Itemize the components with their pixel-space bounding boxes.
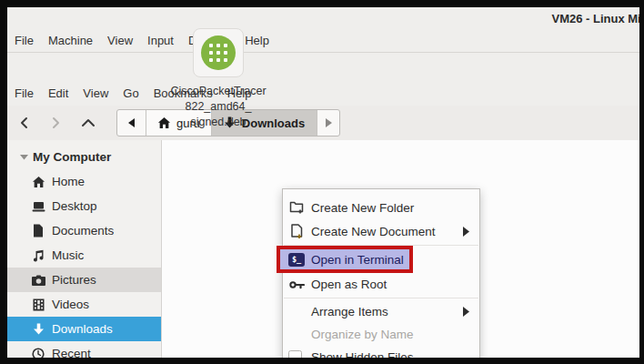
- sidebar-item-documents[interactable]: Documents: [7, 218, 161, 243]
- breadcrumb-scroll-right[interactable]: [317, 110, 339, 136]
- menu-item-label: Create New Folder: [311, 201, 414, 215]
- fm-menu-view[interactable]: View: [75, 81, 116, 106]
- download-icon: [31, 323, 45, 336]
- sidebar-item-label: Home: [52, 175, 85, 188]
- sidebar-item-label: Documents: [52, 224, 114, 238]
- sidebar-item-desktop[interactable]: Desktop: [7, 194, 161, 218]
- vbox-menubar: File Machine View Input Devices Help: [7, 30, 639, 53]
- menu-item-create-new-folder[interactable]: Create New Folder: [283, 196, 479, 219]
- sidebar: My Computer Home Desktop Documents Music…: [7, 140, 162, 358]
- file-item-deb-package[interactable]: CiscoPacketTracer 822_amd64_ signed.deb: [164, 28, 273, 130]
- deb-package-icon: [193, 28, 244, 77]
- sidebar-item-label: Pictures: [52, 273, 96, 287]
- file-name-line2: 822_amd64_: [164, 99, 273, 115]
- sidebar-header-my-computer[interactable]: My Computer: [7, 145, 161, 169]
- triangle-right-icon: [325, 118, 332, 127]
- forward-button[interactable]: [42, 109, 69, 136]
- fm-menu-go[interactable]: Go: [116, 81, 146, 106]
- fm-menu-edit[interactable]: Edit: [41, 81, 75, 106]
- file-manager-menubar: File Edit View Go Bookmarks Help: [7, 81, 639, 106]
- empty-icon-slot: [288, 305, 305, 319]
- sidebar-item-label: Desktop: [52, 199, 97, 213]
- terminal-icon: $_: [288, 252, 305, 267]
- desktop-icon: [31, 200, 45, 212]
- screenshot-frame: VM26 - Linux Mint File Machine View Inpu…: [0, 0, 644, 364]
- menu-item-label: Show Hidden Files: [311, 350, 414, 358]
- triangle-left-icon: [128, 118, 136, 127]
- sidebar-item-home[interactable]: Home: [7, 169, 161, 194]
- sidebar-item-music[interactable]: Music: [7, 243, 161, 268]
- camera-icon: [31, 275, 45, 286]
- sidebar-item-downloads[interactable]: Downloads: [7, 317, 161, 341]
- menu-separator: [284, 298, 478, 298]
- new-document-icon: [288, 224, 305, 238]
- submenu-arrow-icon: [463, 227, 469, 237]
- sidebar-item-pictures[interactable]: Pictures: [7, 268, 161, 292]
- sidebar-item-label: Videos: [52, 298, 89, 311]
- music-note-icon: [31, 249, 45, 262]
- sidebar-header-label: My Computer: [33, 150, 111, 164]
- file-name-label: CiscoPacketTracer 822_amd64_ signed.deb: [164, 84, 273, 130]
- menu-item-arrange-items[interactable]: Arrange Items: [283, 300, 479, 323]
- back-icon: [18, 116, 31, 129]
- menu-item-label: Open as Root: [311, 278, 387, 291]
- back-button[interactable]: [11, 109, 38, 136]
- sidebar-item-label: Downloads: [52, 322, 113, 336]
- breadcrumb-scroll-left[interactable]: [117, 110, 146, 136]
- menu-item-label: Arrange Items: [311, 305, 388, 318]
- new-folder-icon: [288, 200, 305, 215]
- film-icon: [31, 298, 45, 311]
- up-button[interactable]: [75, 109, 102, 136]
- up-icon: [81, 117, 96, 128]
- menu-item-open-in-terminal[interactable]: $_ Open in Terminal: [277, 246, 413, 273]
- collapse-triangle-icon[interactable]: [15, 154, 33, 160]
- file-name-line1: CiscoPacketTracer: [164, 84, 273, 99]
- context-menu: Create New Folder Create New Document $_…: [282, 188, 480, 358]
- file-name-line3: signed.deb: [164, 115, 273, 130]
- menu-item-open-as-root[interactable]: Open as Root: [283, 273, 479, 296]
- vbox-menu-file[interactable]: File: [7, 30, 41, 52]
- clock-icon: [31, 348, 45, 359]
- menu-item-create-new-document[interactable]: Create New Document: [283, 219, 479, 243]
- checkbox-unchecked-icon[interactable]: [288, 350, 305, 359]
- empty-icon-slot: [288, 328, 305, 342]
- sidebar-item-videos[interactable]: Videos: [7, 292, 161, 317]
- menu-item-organize-by-name: Organize by Name: [283, 323, 479, 346]
- vbox-menu-view[interactable]: View: [100, 30, 140, 52]
- package-grid-glyph: [201, 35, 236, 70]
- window-top-gap: [7, 53, 639, 81]
- window-title: VM26 - Linux Mint: [552, 12, 640, 25]
- submenu-arrow-icon: [463, 307, 469, 317]
- key-icon: [288, 278, 305, 292]
- home-icon: [31, 176, 45, 188]
- menu-item-label: Organize by Name: [311, 328, 414, 341]
- sidebar-item-recent[interactable]: Recent: [7, 341, 161, 358]
- sidebar-item-label: Recent: [52, 347, 91, 358]
- vbox-menu-machine[interactable]: Machine: [41, 30, 100, 52]
- vbox-titlebar: VM26 - Linux Mint: [7, 7, 639, 30]
- menu-item-label: Open in Terminal: [311, 253, 404, 267]
- fm-menu-file[interactable]: File: [7, 81, 41, 106]
- file-manager-toolbar: guru Downloads: [7, 106, 639, 141]
- document-icon: [31, 224, 45, 238]
- vm-window: VM26 - Linux Mint File Machine View Inpu…: [7, 7, 639, 358]
- menu-item-show-hidden-files[interactable]: Show Hidden Files: [283, 346, 479, 358]
- menu-item-label: Create New Document: [311, 225, 436, 238]
- sidebar-item-label: Music: [52, 248, 84, 262]
- forward-icon: [49, 116, 62, 129]
